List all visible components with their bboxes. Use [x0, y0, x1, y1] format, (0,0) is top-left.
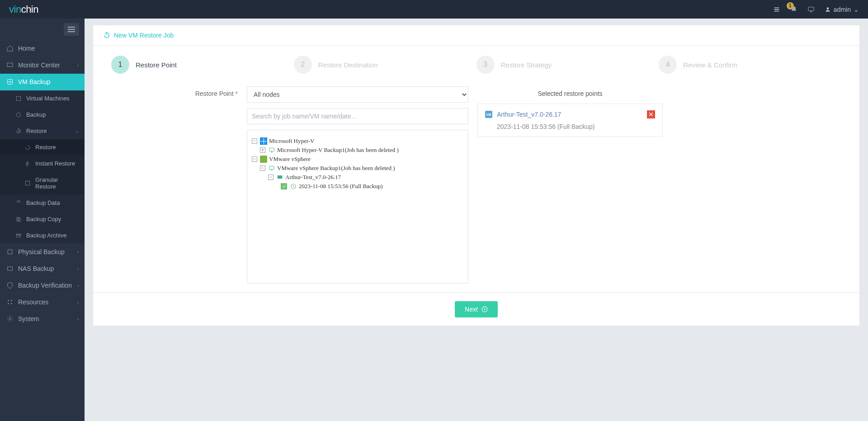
svg-point-19: [11, 300, 12, 301]
collapse-icon[interactable]: −: [252, 156, 257, 162]
step-2[interactable]: 2Restore Destination: [294, 56, 476, 74]
svg-rect-10: [25, 181, 29, 185]
sidebar: Home Monitor Center‹ VMVM Backup⌄ Virtua…: [0, 19, 85, 421]
main: New VM Restore Job 1Restore Point 2Resto…: [85, 19, 868, 421]
notifications-icon[interactable]: 1: [790, 6, 797, 13]
chevron-left-icon: ‹: [77, 62, 79, 68]
sidebar-item-backup-copy[interactable]: Backup Copy: [0, 211, 85, 227]
collapse-icon[interactable]: −: [252, 138, 257, 144]
sidebar-item-physical-backup[interactable]: Physical Backup‹: [0, 244, 85, 260]
selected-vm-name: Arthur-Test_v7.0-26.17: [497, 111, 642, 118]
svg-point-11: [17, 200, 20, 202]
wizard-steps: 1Restore Point 2Restore Destination 3Res…: [93, 46, 859, 86]
svg-rect-24: [269, 166, 274, 169]
tree-node-restore-point[interactable]: 2023-11-08 15:53:56 (Full Backup): [252, 182, 463, 191]
tree-node-hyperv-job[interactable]: +Microsoft Hyper-V Backup1(Job has been …: [252, 146, 463, 155]
sidebar-item-instant-restore[interactable]: Instant Restore: [0, 156, 85, 172]
chevron-down-icon: ⌄: [75, 79, 79, 85]
selected-restore-point-card: Arthur-Test_v7.0-26.17 ✕ 2023-11-08 15:5…: [477, 104, 663, 137]
svg-rect-2: [774, 10, 779, 11]
sidebar-toggle[interactable]: [64, 23, 79, 36]
svg-rect-13: [18, 218, 20, 221]
svg-point-27: [482, 307, 487, 312]
svg-point-4: [827, 7, 829, 9]
svg-rect-3: [808, 7, 814, 10]
sidebar-item-vm-backup[interactable]: VMVM Backup⌄: [0, 74, 85, 90]
chevron-left-icon: ‹: [77, 283, 79, 288]
sidebar-item-backup[interactable]: Backup: [0, 107, 85, 123]
restore-icon: [103, 32, 110, 39]
collapse-icon[interactable]: −: [260, 166, 265, 171]
svg-point-22: [9, 318, 11, 320]
svg-point-9: [16, 113, 20, 117]
expand-icon[interactable]: +: [260, 147, 265, 153]
selected-restore-points-title: Selected restore points: [477, 86, 663, 104]
tasks-icon[interactable]: [773, 6, 780, 13]
sidebar-item-nas-backup[interactable]: NAS Backup‹: [0, 260, 85, 277]
sidebar-item-system[interactable]: System‹: [0, 311, 85, 327]
svg-point-20: [8, 303, 9, 304]
svg-rect-8: [16, 96, 20, 100]
step-3[interactable]: 3Restore Strategy: [476, 56, 659, 74]
form-label-restore-point: Restore Point*: [111, 86, 238, 284]
vm-icon: [485, 111, 492, 118]
checkbox-checked-icon[interactable]: [281, 183, 287, 189]
page-title: New VM Restore Job: [93, 25, 859, 46]
search-input[interactable]: [247, 108, 468, 124]
sidebar-item-granular-restore[interactable]: Granular Restore: [0, 172, 85, 195]
display-icon[interactable]: [807, 6, 815, 13]
user-icon: [825, 6, 831, 13]
topbar: vinchin 1 admin ⌄: [0, 0, 868, 19]
logo: vinchin: [9, 4, 38, 15]
clock-icon: [290, 183, 297, 190]
sidebar-item-restore-sub[interactable]: Restore: [0, 139, 85, 156]
arrow-right-icon: [481, 306, 488, 312]
svg-rect-12: [17, 217, 19, 220]
chevron-left-icon: ‹: [77, 299, 79, 305]
step-4[interactable]: 4Review & Confirm: [659, 56, 841, 74]
panel: New VM Restore Job 1Restore Point 2Resto…: [93, 25, 860, 326]
sidebar-item-resources[interactable]: Resources‹: [0, 294, 85, 311]
notification-badge: 1: [787, 2, 794, 9]
monitor-icon: [268, 165, 275, 172]
chevron-down-icon: ⌄: [75, 128, 79, 134]
sidebar-item-restore[interactable]: Restore⌄: [0, 123, 85, 139]
svg-rect-17: [8, 267, 13, 270]
user-menu[interactable]: admin ⌄: [825, 6, 859, 13]
selected-vm-time: 2023-11-08 15:53:56 (Full Backup): [485, 123, 655, 130]
tree-node-vsphere-job[interactable]: −VMware vSphere Backup1(Job has been del…: [252, 164, 463, 173]
chevron-left-icon: ‹: [77, 249, 79, 255]
sidebar-item-backup-verification[interactable]: Backup Verification‹: [0, 277, 85, 294]
sidebar-item-home[interactable]: Home: [0, 40, 85, 57]
svg-rect-1: [774, 9, 779, 10]
collapse-icon[interactable]: −: [268, 175, 274, 180]
chevron-down-icon: ⌄: [854, 6, 859, 13]
svg-point-18: [8, 300, 9, 301]
svg-text:VM: VM: [9, 81, 12, 83]
remove-button[interactable]: ✕: [647, 110, 655, 118]
hyperv-icon: [260, 137, 267, 145]
svg-rect-0: [774, 7, 779, 8]
svg-rect-25: [278, 175, 283, 179]
node-select[interactable]: All nodes: [247, 86, 468, 103]
svg-rect-5: [7, 63, 13, 66]
sidebar-item-virtual-machines[interactable]: Virtual Machines: [0, 90, 85, 107]
svg-rect-15: [17, 235, 20, 237]
tree-node-vsphere[interactable]: −VMware vSphere: [252, 155, 463, 164]
vm-icon: [276, 174, 283, 181]
tree-node-vm[interactable]: −Arthur-Test_v7.0-26.17: [252, 173, 463, 182]
sidebar-item-monitor[interactable]: Monitor Center‹: [0, 57, 85, 74]
vsphere-icon: [260, 156, 267, 163]
sidebar-item-backup-archive[interactable]: Backup Archive: [0, 227, 85, 244]
restore-point-tree[interactable]: −Microsoft Hyper-V +Microsoft Hyper-V Ba…: [247, 130, 468, 284]
svg-rect-23: [269, 148, 274, 151]
next-button[interactable]: Next: [455, 301, 498, 317]
svg-point-21: [11, 303, 12, 304]
chevron-left-icon: ‹: [77, 266, 79, 271]
sidebar-item-backup-data[interactable]: Backup Data: [0, 195, 85, 211]
monitor-icon: [268, 147, 275, 154]
step-1[interactable]: 1Restore Point: [111, 56, 294, 74]
svg-rect-16: [8, 250, 12, 254]
tree-node-hyperv[interactable]: −Microsoft Hyper-V: [252, 137, 463, 146]
chevron-left-icon: ‹: [77, 316, 79, 322]
